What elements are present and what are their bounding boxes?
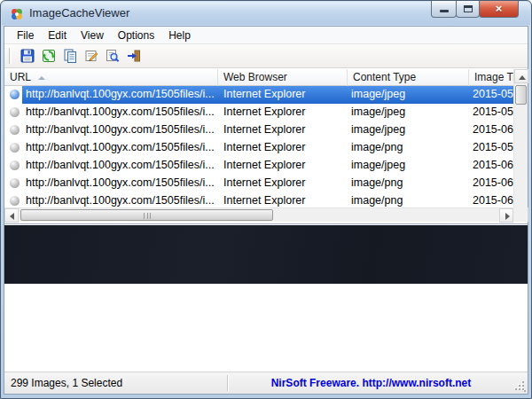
column-header-content-type[interactable]: Content Type [348,69,469,86]
arrow-up-icon [519,75,526,80]
cell-url: http://banlvqt.100gyx.com/1505files/i... [26,106,217,118]
cell-content-type: image/png [351,194,467,207]
cell-image-time: 2015-06- [473,123,513,136]
table-row[interactable]: http://banlvqt.100gyx.com/1505files/i...… [4,139,513,157]
arrow-left-icon [10,213,14,220]
title-bar[interactable]: ImageCacheViewer × [1,1,531,26]
menu-options[interactable]: Options [111,27,161,43]
scroll-right-button[interactable] [499,208,513,223]
image-item-icon [10,90,20,99]
image-item-icon [10,125,20,135]
exit-icon[interactable] [127,49,141,63]
caption-buttons: × [432,1,519,18]
vertical-scroll-thumb[interactable] [515,85,527,105]
cell-browser: Internet Explorer [223,141,346,153]
client-area: File Edit View Options Help [4,26,528,395]
column-header-image-time[interactable]: Image Ti [469,69,517,86]
cell-url: http://banlvqt.100gyx.com/1505files/i... [26,123,217,136]
image-item-icon [10,160,20,170]
column-header-time-label: Image Ti [474,71,515,83]
properties-icon[interactable] [84,49,98,63]
cell-browser: Internet Explorer [223,176,346,189]
minimize-icon [440,10,449,12]
maximize-button[interactable] [456,1,480,18]
toolbar [4,44,528,68]
maximize-icon [464,5,473,12]
nirsoft-link[interactable]: NirSoft Freeware. http://www.nirsoft.net [229,377,513,389]
cell-content-type: image/jpeg [351,123,467,136]
image-preview-pane [4,223,528,372]
cell-url: http://banlvqt.100gyx.com/1505files/i... [26,88,217,100]
horizontal-scroll-thumb[interactable] [20,209,273,221]
cell-browser: Internet Explorer [223,88,346,100]
cell-url: http://banlvqt.100gyx.com/1505files/i... [26,176,217,189]
table-row[interactable]: http://banlvqt.100gyx.com/1505files/i...… [4,157,513,175]
table-row[interactable]: http://banlvqt.100gyx.com/1505files/i...… [4,104,513,121]
cell-content-type: image/png [351,176,467,189]
horizontal-scrollbar[interactable] [4,207,513,222]
cell-image-time: 2015-05- [473,106,513,118]
refresh-icon[interactable] [42,49,56,63]
menu-bar: File Edit View Options Help [4,27,528,44]
scroll-left-button[interactable] [4,208,19,223]
cell-content-type: image/png [351,141,467,153]
table-row[interactable]: http://banlvqt.100gyx.com/1505files/i...… [4,192,513,207]
menu-edit[interactable]: Edit [41,27,74,43]
copy-icon[interactable] [63,49,77,63]
table-row[interactable]: http://banlvqt.100gyx.com/1505files/i...… [4,86,513,104]
image-list: URL Web Browser Content Type Image Ti ht… [4,69,528,222]
cell-url: http://banlvqt.100gyx.com/1505files/i... [26,159,217,171]
cell-image-time: 2015-05- [473,141,513,153]
vertical-scrollbar[interactable] [513,69,528,222]
cell-image-time: 2015-05- [473,88,513,100]
list-header: URL Web Browser Content Type Image Ti [4,69,513,86]
cell-image-time: 2015-06- [473,194,513,207]
cell-content-type: image/jpeg [351,88,467,100]
image-item-icon [10,107,20,117]
app-window: ImageCacheViewer × File Edit View Option… [0,0,532,399]
close-icon: × [480,2,518,15]
cell-browser: Internet Explorer [223,123,346,136]
image-item-icon [10,178,20,188]
cell-browser: Internet Explorer [223,106,346,118]
scrollbar-corner [513,207,528,222]
thumb-grip [144,213,151,219]
column-header-type-label: Content Type [353,71,416,83]
image-item-icon [10,143,20,153]
table-row[interactable]: http://banlvqt.100gyx.com/1505files/i...… [4,121,513,139]
save-icon[interactable] [20,49,35,63]
cell-content-type: image/jpeg [351,106,467,118]
sort-ascending-icon [38,76,45,80]
status-bar: 299 Images, 1 Selected NirSoft Freeware.… [4,372,528,394]
cell-image-time: 2015-06- [473,159,513,171]
cell-browser: Internet Explorer [223,194,346,207]
find-icon[interactable] [106,49,120,63]
column-header-url-label: URL [10,71,31,83]
list-body: http://banlvqt.100gyx.com/1505files/i...… [4,86,513,207]
table-row[interactable]: http://banlvqt.100gyx.com/1505files/i...… [4,175,513,192]
image-item-icon [10,196,20,206]
close-button[interactable]: × [479,1,519,18]
preview-image [4,225,528,284]
menu-view[interactable]: View [74,27,111,43]
window-title: ImageCacheViewer [29,6,129,20]
cell-content-type: image/jpeg [351,159,467,171]
cell-url: http://banlvqt.100gyx.com/1505files/i... [26,141,217,153]
column-header-browser-label: Web Browser [223,71,287,83]
scroll-up-button[interactable] [514,69,528,83]
arrow-right-icon [505,213,510,220]
toolbar-gripper [9,48,12,64]
column-header-url[interactable]: URL [4,69,218,86]
cell-browser: Internet Explorer [223,159,346,171]
cell-image-time: 2015-06- [473,176,513,189]
menu-file[interactable]: File [10,27,41,43]
menu-help[interactable]: Help [161,27,198,43]
cell-url: http://banlvqt.100gyx.com/1505files/i... [26,194,217,207]
minimize-button[interactable] [431,1,457,18]
resize-grip-icon[interactable] [515,381,526,392]
column-header-web-browser[interactable]: Web Browser [218,69,348,86]
app-icon [10,7,24,21]
status-count-text: 299 Images, 1 Selected [11,377,122,389]
